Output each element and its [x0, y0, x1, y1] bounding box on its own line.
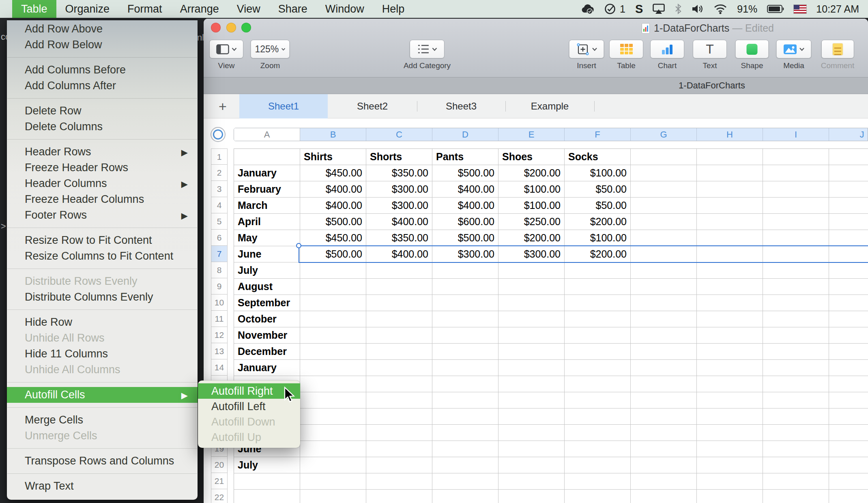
cell-h4[interactable] — [697, 198, 763, 214]
shush-icon[interactable]: S — [635, 2, 643, 16]
cell-i5[interactable] — [763, 214, 829, 230]
cell-i10[interactable] — [763, 295, 829, 311]
cell-g17[interactable] — [631, 408, 697, 425]
cell-h1[interactable] — [697, 149, 763, 165]
cell-c17[interactable] — [366, 408, 432, 425]
cell-g4[interactable] — [631, 198, 697, 214]
cell-a1[interactable] — [234, 149, 300, 165]
cell-e5[interactable]: $250.00 — [498, 214, 565, 230]
cell-c12[interactable] — [366, 327, 432, 344]
cell-f11[interactable] — [565, 311, 631, 327]
cell-i18[interactable] — [763, 425, 829, 441]
cell-g14[interactable] — [631, 360, 697, 376]
cell-j4[interactable] — [829, 198, 868, 214]
cell-b18[interactable] — [300, 425, 366, 441]
view-button[interactable] — [209, 40, 243, 58]
cell-h21[interactable] — [697, 473, 763, 490]
cell-g21[interactable] — [631, 473, 697, 490]
menubar-item-format[interactable]: Format — [118, 0, 171, 18]
cell-e4[interactable]: $100.00 — [498, 198, 565, 214]
row-header-4[interactable]: 4 — [211, 197, 228, 213]
cell-c1[interactable]: Shorts — [366, 149, 432, 165]
column-header-f[interactable]: F — [565, 128, 631, 141]
cell-e19[interactable] — [498, 441, 565, 457]
row-header-13[interactable]: 13 — [211, 343, 228, 359]
cell-a6[interactable]: May — [234, 230, 300, 246]
cell-f19[interactable] — [565, 441, 631, 457]
cell-d21[interactable] — [432, 473, 498, 490]
select-all-table-button[interactable] — [211, 127, 226, 142]
row-header-6[interactable]: 6 — [211, 230, 228, 246]
cell-h3[interactable] — [697, 181, 763, 198]
cell-c9[interactable] — [366, 279, 432, 295]
cell-d4[interactable]: $400.00 — [432, 198, 498, 214]
cell-b17[interactable] — [300, 408, 366, 425]
cell-j19[interactable] — [829, 441, 868, 457]
cell-b4[interactable]: $400.00 — [300, 198, 366, 214]
cell-d9[interactable] — [432, 279, 498, 295]
row-header-22[interactable]: 22 — [211, 489, 228, 503]
row-header-7[interactable]: 7 — [211, 246, 228, 262]
cell-i9[interactable] — [763, 279, 829, 295]
cell-g8[interactable] — [631, 262, 697, 279]
column-header-a[interactable]: A — [234, 128, 300, 141]
row-header-2[interactable]: 2 — [211, 165, 228, 181]
menu-item-header-rows[interactable]: Header Rows▶ — [7, 144, 198, 160]
cell-c5[interactable]: $400.00 — [366, 214, 432, 230]
cell-b2[interactable]: $450.00 — [300, 165, 366, 181]
cell-g3[interactable] — [631, 181, 697, 198]
cell-b21[interactable] — [300, 473, 366, 490]
cell-h10[interactable] — [697, 295, 763, 311]
cell-f10[interactable] — [565, 295, 631, 311]
cell-b6[interactable]: $450.00 — [300, 230, 366, 246]
cell-h13[interactable] — [697, 344, 763, 360]
sheet-tab-sheet3[interactable]: Sheet3 — [417, 94, 505, 118]
menubar-item-share[interactable]: Share — [269, 0, 316, 18]
cell-a7[interactable]: June — [234, 246, 300, 262]
cell-a10[interactable]: September — [234, 295, 300, 311]
volume-icon[interactable] — [692, 4, 704, 14]
cell-f17[interactable] — [565, 408, 631, 425]
minimize-window-button[interactable] — [226, 23, 236, 32]
cell-c15[interactable] — [366, 376, 432, 392]
menu-item-delete-columns[interactable]: Delete Columns — [7, 119, 198, 135]
selection-handle[interactable] — [296, 243, 301, 248]
cell-b14[interactable] — [300, 360, 366, 376]
insert-button[interactable] — [569, 40, 604, 58]
cell-c16[interactable] — [366, 392, 432, 408]
column-header-d[interactable]: D — [432, 128, 498, 141]
cell-d8[interactable] — [432, 262, 498, 279]
sheet-tab-sheet2[interactable]: Sheet2 — [328, 94, 417, 118]
add-category-button[interactable] — [410, 40, 445, 58]
cell-b15[interactable] — [300, 376, 366, 392]
cell-e13[interactable] — [498, 344, 565, 360]
row-header-21[interactable]: 21 — [211, 473, 228, 489]
row-header-14[interactable]: 14 — [211, 359, 228, 376]
cell-i11[interactable] — [763, 311, 829, 327]
cell-c10[interactable] — [366, 295, 432, 311]
cell-e1[interactable]: Shoes — [498, 149, 565, 165]
cell-c14[interactable] — [366, 360, 432, 376]
cell-a9[interactable]: August — [234, 279, 300, 295]
cell-b13[interactable] — [300, 344, 366, 360]
cell-e9[interactable] — [498, 279, 565, 295]
cell-g6[interactable] — [631, 230, 697, 246]
us-flag-icon[interactable] — [794, 5, 806, 13]
cell-i13[interactable] — [763, 344, 829, 360]
cell-j2[interactable] — [829, 165, 868, 181]
cell-d3[interactable]: $400.00 — [432, 181, 498, 198]
cell-j22[interactable] — [829, 490, 868, 503]
cell-j5[interactable] — [829, 214, 868, 230]
cell-f2[interactable]: $100.00 — [565, 165, 631, 181]
cell-d13[interactable] — [432, 344, 498, 360]
cell-c11[interactable] — [366, 311, 432, 327]
cell-b22[interactable] — [300, 490, 366, 503]
cell-h2[interactable] — [697, 165, 763, 181]
cell-d16[interactable] — [432, 392, 498, 408]
cell-d10[interactable] — [432, 295, 498, 311]
chart-button[interactable] — [650, 40, 684, 58]
cell-a14[interactable]: January — [234, 360, 300, 376]
column-header-g[interactable]: G — [631, 128, 697, 141]
cell-c18[interactable] — [366, 425, 432, 441]
airplay-icon[interactable] — [653, 4, 665, 14]
